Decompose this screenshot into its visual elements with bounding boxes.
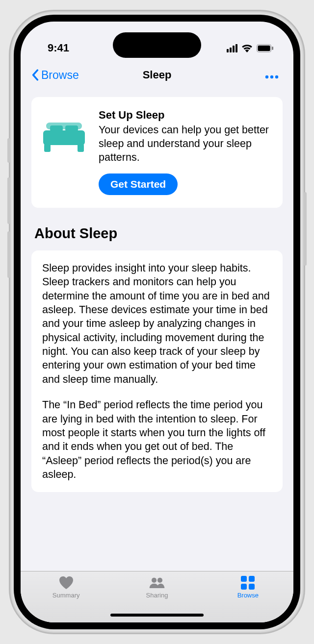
cellular-signal-icon <box>227 44 237 52</box>
svg-rect-1 <box>258 45 270 51</box>
svg-rect-2 <box>272 47 273 50</box>
get-started-button[interactable]: Get Started <box>99 173 178 195</box>
svg-point-12 <box>152 578 157 583</box>
svg-rect-9 <box>43 130 85 145</box>
svg-point-4 <box>270 75 273 78</box>
svg-point-5 <box>275 75 278 78</box>
heart-icon <box>59 576 74 590</box>
about-paragraph-1: Sleep provides insight into your sleep h… <box>42 261 272 386</box>
svg-rect-11 <box>78 144 84 152</box>
setup-title: Set Up Sleep <box>99 109 272 122</box>
svg-rect-14 <box>241 576 247 582</box>
volume-up-button <box>7 177 10 224</box>
more-icon <box>265 75 279 79</box>
svg-rect-17 <box>249 584 255 590</box>
volume-down-button <box>7 231 10 278</box>
tab-browse[interactable]: Browse <box>203 575 293 622</box>
tab-sharing-label: Sharing <box>146 592 168 599</box>
navigation-bar: Browse Sleep <box>21 61 293 89</box>
back-button[interactable]: Browse <box>31 69 90 82</box>
people-icon <box>149 576 165 589</box>
bed-icon <box>43 123 85 153</box>
svg-rect-10 <box>44 144 51 152</box>
svg-rect-16 <box>241 584 247 590</box>
status-time: 9:41 <box>48 42 69 54</box>
silent-switch <box>7 138 10 163</box>
page-title: Sleep <box>143 69 172 81</box>
tab-browse-label: Browse <box>237 592 259 599</box>
chevron-left-icon <box>31 69 39 81</box>
grid-icon <box>241 576 255 590</box>
wifi-icon <box>241 44 253 52</box>
phone-frame: 9:41 <box>10 11 304 633</box>
back-label: Browse <box>41 69 79 82</box>
about-paragraph-2: The “In Bed” period reflects the time pe… <box>42 398 272 481</box>
tab-summary[interactable]: Summary <box>21 575 111 622</box>
about-sleep-card: Sleep provides insight into your sleep h… <box>31 250 283 493</box>
svg-point-13 <box>157 578 162 583</box>
dynamic-island <box>113 32 201 58</box>
power-button <box>304 192 307 266</box>
more-button[interactable] <box>224 68 283 82</box>
svg-rect-15 <box>249 576 255 582</box>
battery-icon <box>257 44 274 52</box>
home-indicator[interactable] <box>110 614 204 617</box>
content-scroll[interactable]: Set Up Sleep Your devices can help you g… <box>21 89 293 571</box>
tab-summary-label: Summary <box>52 592 80 599</box>
svg-point-3 <box>265 75 268 78</box>
setup-sleep-card: Set Up Sleep Your devices can help you g… <box>31 97 283 208</box>
about-sleep-heading: About Sleep <box>34 225 280 242</box>
setup-description: Your devices can help you get better sle… <box>99 124 272 165</box>
